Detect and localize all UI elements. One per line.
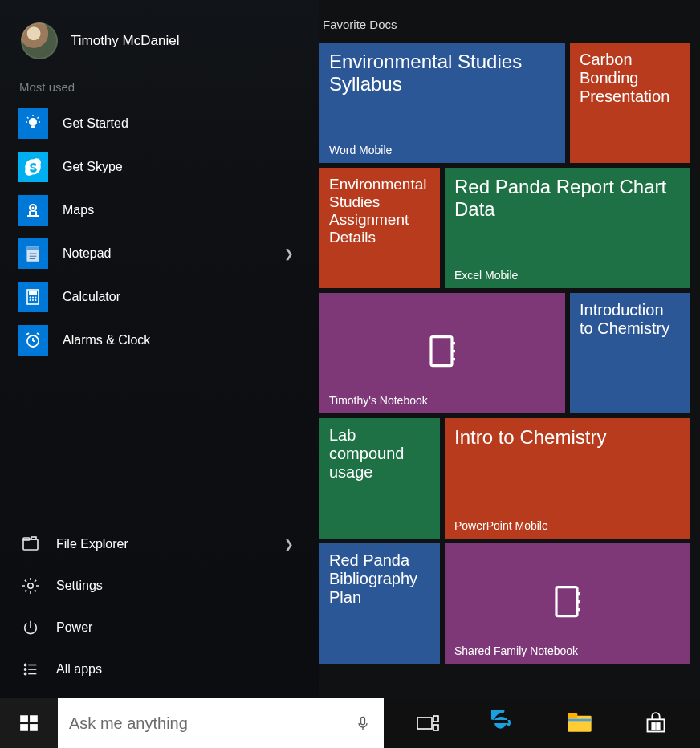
chevron-right-icon: ❯ (284, 538, 302, 551)
user-account-button[interactable]: Timothy McDaniel (0, 13, 319, 74)
user-name-label: Timothy McDaniel (71, 33, 179, 49)
app-get-started[interactable]: Get Started (0, 102, 319, 145)
tile-title: Lab compound usage (329, 426, 430, 482)
svg-point-19 (35, 297, 37, 299)
gear-icon (19, 575, 42, 597)
tile-env-assignment-details[interactable]: Environmental Studies Assignment Details (319, 168, 440, 288)
tile-app-label: Timothy's Notebook (329, 394, 428, 407)
calculator-icon (18, 282, 48, 312)
tile-group-title[interactable]: Favorite Docs (319, 10, 694, 43)
app-label: Get Started (63, 116, 302, 131)
settings-button[interactable]: Settings (0, 565, 319, 607)
app-label: Alarms & Clock (63, 333, 302, 348)
section-most-used-label: Most used (0, 74, 319, 102)
tile-red-panda-biblio[interactable]: Red Panda Bibliography Plan (319, 543, 440, 664)
svg-point-22 (35, 299, 37, 301)
file-explorer-icon (19, 533, 42, 555)
svg-point-34 (24, 669, 26, 670)
tile-timothys-notebook[interactable]: Timothy's Notebook (319, 293, 565, 413)
all-apps-icon (19, 658, 42, 681)
tile-env-studies-syllabus[interactable]: Environmental Studies Syllabus Word Mobi… (319, 43, 565, 163)
svg-rect-48 (20, 724, 28, 731)
tile-app-label: Excel Mobile (454, 269, 518, 282)
taskbar-file-explorer[interactable] (559, 698, 600, 748)
tile-title: Intro to Chemistry (454, 426, 681, 449)
taskbar-pinned-apps (384, 698, 700, 748)
tile-app-label: Shared Family Notebook (454, 644, 578, 657)
app-label: Notepad (63, 246, 270, 261)
app-alarms-clock[interactable]: Alarms & Clock (0, 319, 319, 362)
start-button[interactable] (0, 698, 58, 748)
app-maps[interactable]: Maps (0, 189, 319, 232)
svg-point-31 (28, 583, 33, 588)
tile-intro-chemistry-doc[interactable]: Introduction to Chemistry (570, 293, 690, 413)
all-apps-button[interactable]: All apps (0, 648, 319, 690)
svg-rect-28 (23, 539, 38, 550)
svg-line-27 (37, 333, 39, 335)
taskbar-store[interactable] (635, 698, 677, 748)
file-explorer-button[interactable]: File Explorer ❯ (0, 523, 319, 565)
cortana-search-box[interactable] (58, 698, 384, 748)
svg-point-17 (30, 297, 31, 299)
edge-icon (491, 710, 517, 736)
svg-line-26 (26, 333, 29, 335)
task-view-icon (416, 713, 440, 733)
tile-carbon-bonding[interactable]: Carbon Bonding Presentation (570, 43, 690, 163)
store-icon (645, 712, 667, 734)
tile-title: Red Panda Report Chart Data (454, 176, 681, 220)
skype-icon (18, 152, 48, 182)
svg-point-20 (30, 299, 31, 301)
app-notepad[interactable]: Notepad ❯ (0, 232, 319, 275)
svg-point-36 (24, 673, 26, 674)
bottom-item-label: File Explorer (56, 537, 270, 551)
search-input[interactable] (69, 714, 372, 733)
tile-red-panda-chart[interactable]: Red Panda Report Chart Data Excel Mobile (445, 168, 690, 288)
svg-rect-30 (31, 537, 36, 539)
svg-point-21 (32, 299, 34, 301)
most-used-list: Get Started Get Skype (0, 102, 319, 362)
power-button[interactable]: Power (0, 607, 319, 648)
bottom-item-label: All apps (56, 662, 302, 677)
start-left-panel: Timothy McDaniel Most used Get Starte (0, 0, 319, 698)
onenote-icon (423, 332, 462, 371)
tile-lab-compound[interactable]: Lab compound usage (319, 418, 440, 539)
svg-rect-11 (26, 246, 39, 250)
app-calculator[interactable]: Calculator (0, 275, 319, 319)
svg-rect-54 (433, 725, 438, 730)
svg-rect-62 (657, 727, 660, 730)
svg-line-6 (38, 117, 39, 119)
task-view-button[interactable] (407, 698, 449, 748)
svg-point-0 (29, 118, 37, 126)
taskbar-edge[interactable] (483, 698, 525, 748)
tile-intro-chemistry-ppt[interactable]: Intro to Chemistry PowerPoint Mobile (445, 418, 690, 539)
start-tiles-panel: Favorite Docs Environmental Studies Syll… (319, 0, 700, 698)
tile-title: Environmental Studies Syllabus (329, 51, 556, 95)
tile-title: Environmental Studies Assignment Details (329, 176, 430, 246)
svg-rect-52 (417, 718, 432, 729)
svg-rect-16 (29, 291, 37, 295)
bottom-item-label: Settings (56, 579, 302, 593)
app-label: Calculator (63, 290, 302, 304)
bottom-item-label: Power (56, 620, 302, 635)
svg-line-5 (27, 117, 29, 119)
tile-shared-family-notebook[interactable]: Shared Family Notebook (445, 543, 690, 664)
folder-icon (567, 712, 592, 734)
svg-rect-57 (568, 719, 592, 722)
maps-icon (18, 195, 48, 226)
alarm-clock-icon (18, 325, 48, 356)
svg-rect-56 (568, 713, 578, 718)
app-get-skype[interactable]: Get Skype (0, 145, 319, 189)
lightbulb-icon (18, 108, 48, 139)
avatar (21, 22, 58, 59)
svg-rect-53 (433, 716, 438, 722)
svg-rect-58 (647, 719, 664, 731)
svg-rect-55 (568, 716, 592, 732)
onenote-icon (548, 583, 587, 621)
svg-rect-46 (20, 715, 28, 722)
chevron-right-icon: ❯ (284, 247, 302, 260)
windows-icon (18, 713, 39, 734)
svg-point-32 (24, 664, 26, 665)
taskbar (0, 698, 700, 748)
svg-point-8 (32, 207, 35, 209)
microphone-icon[interactable] (355, 713, 371, 734)
